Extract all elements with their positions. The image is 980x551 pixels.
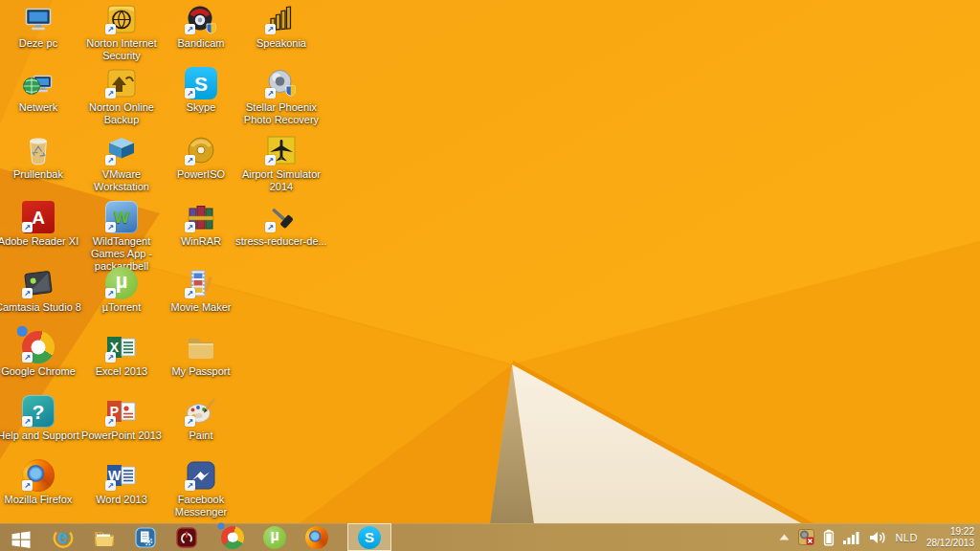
shortcut-arrow-overlay [185, 222, 195, 232]
shortcut-arrow-overlay [185, 288, 195, 298]
desktop: Deze pc Norton Internet Security Bandica… [0, 0, 980, 551]
desktop-icon-norton-internet-security[interactable]: Norton Internet Security [76, 3, 167, 62]
desktop-icon-poweriso[interactable]: PowerISO [155, 134, 247, 181]
network-icon [22, 67, 55, 99]
desktop-icon-label: PowerPoint 2013 [76, 430, 167, 442]
clock-date: 28/12/2013 [926, 538, 974, 549]
shortcut-arrow-overlay [265, 88, 276, 99]
desktop-icon-label: Bandicam [155, 37, 247, 50]
shortcut-arrow-overlay [185, 155, 195, 165]
firefox-icon [305, 526, 328, 549]
shortcut-arrow-overlay [22, 416, 33, 427]
desktop-icon-facebook-messenger[interactable]: Facebook Messenger [155, 459, 247, 518]
shortcut-arrow-overlay [185, 480, 195, 491]
desktop-icon-label: Paint [155, 430, 247, 442]
desktop-icon-label: Netwerk [0, 101, 84, 114]
shortcut-arrow-overlay [265, 24, 276, 34]
system-tray: NLD 19:22 28/12/2013 [779, 523, 980, 551]
desktop-icon-label: µTorrent [76, 301, 167, 314]
internet-explorer-icon [52, 526, 75, 549]
shortcut-arrow-overlay [22, 352, 33, 363]
desktop-icon-adobe-reader[interactable]: Adobe Reader XI [0, 201, 84, 248]
taskbar-internet-explorer[interactable] [43, 523, 83, 551]
desktop-icon-utorrent[interactable]: µTorrent [76, 267, 167, 314]
desktop-icon-excel-2013[interactable]: Excel 2013 [76, 331, 167, 378]
shortcut-arrow-overlay [105, 352, 116, 363]
desktop-icon-google-chrome[interactable]: Google Chrome [0, 331, 84, 378]
taskbar: NLD 19:22 28/12/2013 [0, 523, 980, 551]
google-chrome-icon [221, 526, 244, 549]
desktop-icon-stellar-phoenix[interactable]: Stellar Phoenix Photo Recovery [235, 67, 327, 126]
desktop-icon-word-2013[interactable]: Word 2013 [76, 459, 167, 506]
desktop-icon-label: Help and Support [0, 430, 84, 442]
desktop-icon-label: VMware Workstation [76, 168, 167, 193]
shortcut-arrow-overlay [105, 222, 116, 232]
taskbar-system-utility[interactable] [125, 523, 166, 551]
shortcut-arrow-overlay [105, 480, 116, 491]
desktop-icon-airport-simulator[interactable]: Airport Simulator 2014 [235, 134, 327, 193]
desktop-icon-label: Movie Maker [155, 301, 247, 314]
taskbar-utorrent[interactable] [255, 523, 295, 551]
desktop-icon-label: Deze pc [0, 37, 84, 50]
folder-icon [185, 331, 217, 364]
desktop-icon-label: Stellar Phoenix Photo Recovery [235, 101, 327, 126]
desktop-icon-netwerk[interactable]: Netwerk [0, 67, 84, 114]
desktop-icon-my-passport[interactable]: My Passport [155, 331, 247, 378]
desktop-icon-powerpoint-2013[interactable]: PowerPoint 2013 [76, 395, 167, 442]
shortcut-arrow-overlay [105, 155, 116, 165]
desktop-icon-help-and-support[interactable]: Help and Support [0, 395, 84, 442]
volume-icon[interactable] [869, 531, 886, 544]
desktop-icon-winrar[interactable]: WinRAR [155, 201, 247, 248]
desktop-icon-bandicam[interactable]: Bandicam [155, 3, 247, 50]
desktop-icon-skype[interactable]: Skype [155, 67, 247, 114]
tray-alert-icon[interactable] [798, 529, 814, 545]
this-pc-icon [22, 3, 55, 35]
taskbar-file-explorer[interactable] [84, 523, 124, 551]
battery-icon[interactable] [823, 529, 835, 546]
desktop-icon-movie-maker[interactable]: Movie Maker [155, 267, 247, 314]
taskbar-power[interactable] [167, 523, 207, 551]
desktop-icon-prullenbak[interactable]: Prullenbak [0, 134, 84, 181]
desktop-icon-stress-reducer[interactable]: stress-reducer-de... [235, 201, 327, 248]
shortcut-arrow-overlay [185, 416, 195, 427]
shortcut-arrow-overlay [185, 24, 195, 34]
taskbar-skype-active[interactable] [347, 523, 391, 551]
desktop-icon-speakonia[interactable]: Speakonia [235, 3, 327, 50]
desktop-icon-label: Airport Simulator 2014 [235, 168, 327, 193]
show-hidden-icons-chevron[interactable] [779, 534, 790, 540]
desktop-icon-deze-pc[interactable]: Deze pc [0, 3, 84, 50]
shortcut-arrow-overlay [22, 480, 33, 491]
shortcut-arrow-overlay [105, 88, 116, 99]
desktop-icon-paint[interactable]: Paint [155, 395, 247, 442]
windows-logo-icon [10, 526, 33, 549]
desktop-icon-label: Norton Internet Security [76, 37, 167, 62]
clock-time: 19:22 [926, 526, 974, 538]
desktop-icon-label: Adobe Reader XI [0, 235, 84, 248]
desktop-icon-label: Mozilla Firefox [0, 494, 84, 506]
desktop-icon-camtasia[interactable]: Camtasia Studio 8 [0, 267, 84, 314]
desktop-icon-vmware[interactable]: VMware Workstation [76, 134, 167, 193]
taskbar-firefox[interactable] [297, 523, 337, 551]
desktop-icon-label: PowerISO [155, 168, 247, 181]
desktop-icon-wildtangent[interactable]: WildTangent Games App - packardbell [76, 201, 167, 273]
power-icon [175, 526, 198, 549]
desktop-icon-label: Google Chrome [0, 365, 84, 378]
shortcut-arrow-overlay [22, 222, 33, 232]
desktop-icon-label: Excel 2013 [76, 365, 167, 378]
network-signal-icon[interactable] [843, 531, 860, 544]
taskbar-google-chrome[interactable] [212, 523, 253, 551]
shortcut-arrow-overlay [265, 222, 276, 232]
clock[interactable]: 19:22 28/12/2013 [926, 526, 974, 549]
desktop-icon-label: stress-reducer-de... [235, 235, 327, 248]
recycle-bin-icon [22, 134, 55, 166]
desktop-icon-mozilla-firefox[interactable]: Mozilla Firefox [0, 459, 84, 506]
shortcut-arrow-overlay [185, 88, 195, 99]
language-indicator[interactable]: NLD [895, 532, 918, 543]
utorrent-icon [263, 526, 286, 549]
skype-icon [358, 526, 381, 549]
desktop-icon-label: Facebook Messenger [155, 494, 247, 518]
file-explorer-icon [93, 526, 116, 549]
start-button[interactable] [0, 523, 42, 551]
desktop-icon-norton-online-backup[interactable]: Norton Online Backup [76, 67, 167, 126]
shortcut-arrow-overlay [105, 288, 116, 298]
